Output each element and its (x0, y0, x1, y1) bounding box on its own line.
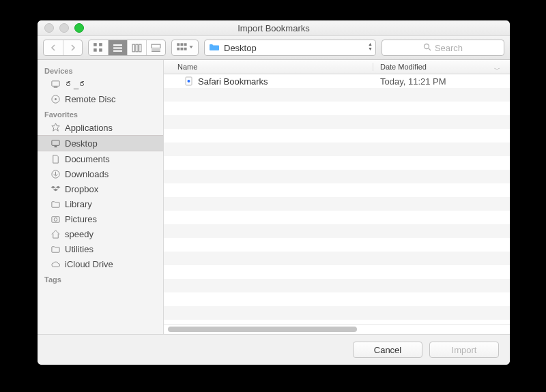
pictures-icon (50, 213, 61, 224)
horizontal-scrollbar[interactable] (164, 324, 510, 334)
svg-point-31 (188, 80, 190, 82)
computer-icon (50, 78, 61, 89)
view-icons-button[interactable] (89, 40, 108, 55)
svg-point-24 (55, 98, 57, 100)
sidebar-item-documents[interactable]: Documents (38, 151, 163, 166)
table-row[interactable]: Safari Bookmarks Today, 11:21 PM (164, 74, 510, 88)
sidebar-head-tags: Tags (38, 271, 163, 285)
svg-rect-1 (99, 43, 102, 46)
sidebar-item-pictures[interactable]: Pictures (38, 211, 163, 226)
file-dialog-window: Import Bookmarks (38, 20, 510, 365)
file-name: Safari Bookmarks (198, 76, 373, 87)
chevron-down-icon: ﹀ (494, 65, 500, 74)
sidebar-item-label: Remote Disc (65, 94, 115, 104)
file-list: Name Date Modified ﹀ Safari Bookmarks To… (164, 60, 510, 334)
forward-button[interactable] (63, 40, 82, 55)
sidebar-head-devices: Devices (38, 63, 163, 76)
sidebar-item-dropbox[interactable]: Dropbox (38, 181, 163, 196)
sidebar-item-applications[interactable]: Applications (38, 120, 163, 135)
sidebar-item-label: Library (65, 199, 92, 209)
sidebar-item-label: Applications (65, 123, 113, 133)
sidebar-item-label: speedy (65, 229, 94, 239)
location-popup[interactable]: Desktop ▲▼ (204, 40, 376, 56)
row-stripes (164, 74, 510, 324)
sidebar-item-label: ರ_ರ (65, 79, 87, 89)
column-date[interactable]: Date Modified ﹀ (373, 63, 510, 71)
cloud-icon (50, 258, 61, 269)
svg-rect-26 (54, 146, 57, 147)
sidebar-item-label: iCloud Drive (65, 259, 113, 269)
search-field[interactable]: Search (382, 40, 504, 56)
svg-rect-22 (53, 87, 57, 87)
sidebar-item-computer[interactable]: ರ_ರ (38, 76, 163, 91)
sidebar: Devices ರ_ರ Remote Disc Favorites Applic… (38, 60, 164, 334)
svg-rect-10 (152, 44, 160, 48)
disc-icon (50, 93, 61, 104)
svg-rect-14 (181, 44, 184, 46)
home-icon (50, 228, 61, 239)
import-button[interactable]: Import (429, 342, 499, 358)
svg-point-29 (54, 217, 57, 221)
folder-icon (50, 198, 61, 209)
location-label: Desktop (224, 43, 257, 53)
titlebar[interactable]: Import Bookmarks (38, 20, 510, 36)
sidebar-item-remote-disc[interactable]: Remote Disc (38, 91, 163, 106)
svg-rect-3 (99, 48, 102, 52)
folder-icon (50, 243, 61, 254)
svg-rect-4 (113, 44, 122, 46)
sidebar-item-icloud[interactable]: iCloud Drive (38, 256, 163, 271)
svg-rect-12 (152, 50, 160, 51)
svg-rect-7 (132, 44, 134, 52)
scrollbar-thumb[interactable] (168, 327, 357, 332)
folder-icon (209, 43, 220, 53)
svg-point-19 (424, 44, 429, 48)
svg-rect-16 (177, 48, 179, 50)
apps-icon (50, 122, 61, 133)
dropbox-icon (50, 183, 61, 194)
cancel-button[interactable]: Cancel (353, 342, 422, 358)
svg-rect-15 (184, 44, 187, 46)
sidebar-item-library[interactable]: Library (38, 196, 163, 211)
bookmark-file-icon (184, 76, 194, 86)
search-placeholder: Search (435, 43, 463, 53)
sidebar-item-label: Pictures (65, 214, 97, 224)
svg-rect-28 (51, 216, 59, 222)
sidebar-item-label: Desktop (65, 138, 98, 149)
view-columns-button[interactable] (127, 40, 146, 55)
desktop-icon (50, 138, 61, 149)
svg-rect-2 (94, 48, 97, 52)
svg-rect-21 (51, 80, 59, 86)
body: Devices ರ_ರ Remote Disc Favorites Applic… (38, 60, 510, 334)
view-coverflow-button[interactable] (146, 40, 165, 55)
file-date: Today, 11:21 PM (373, 76, 510, 87)
sidebar-item-utilities[interactable]: Utilities (38, 241, 163, 256)
column-name[interactable]: Name (164, 63, 373, 71)
window-title: Import Bookmarks (38, 23, 510, 33)
arrange-seg (171, 40, 199, 56)
sidebar-head-favorites: Favorites (38, 106, 163, 120)
svg-rect-25 (51, 140, 59, 145)
sidebar-item-downloads[interactable]: Downloads (38, 166, 163, 181)
svg-rect-11 (152, 49, 160, 50)
svg-rect-6 (113, 50, 122, 51)
sidebar-item-home[interactable]: speedy (38, 226, 163, 241)
svg-rect-8 (136, 44, 138, 52)
sidebar-item-desktop[interactable]: Desktop (38, 135, 163, 151)
downloads-icon (50, 168, 61, 179)
sidebar-item-label: Downloads (65, 169, 109, 179)
search-icon (423, 43, 431, 53)
svg-rect-18 (184, 48, 187, 50)
arrange-button[interactable] (172, 40, 198, 55)
stepper-icon: ▲▼ (368, 42, 373, 51)
documents-icon (50, 153, 61, 164)
sidebar-item-label: Dropbox (65, 184, 98, 194)
nav-seg (43, 40, 83, 56)
svg-rect-0 (94, 43, 97, 46)
svg-line-20 (429, 48, 431, 50)
column-headers[interactable]: Name Date Modified ﹀ (164, 60, 510, 74)
back-button[interactable] (44, 40, 63, 55)
view-list-button[interactable] (108, 40, 127, 55)
rows-area[interactable]: Safari Bookmarks Today, 11:21 PM (164, 74, 510, 324)
svg-rect-13 (177, 44, 179, 46)
footer: Cancel Import (38, 334, 510, 365)
